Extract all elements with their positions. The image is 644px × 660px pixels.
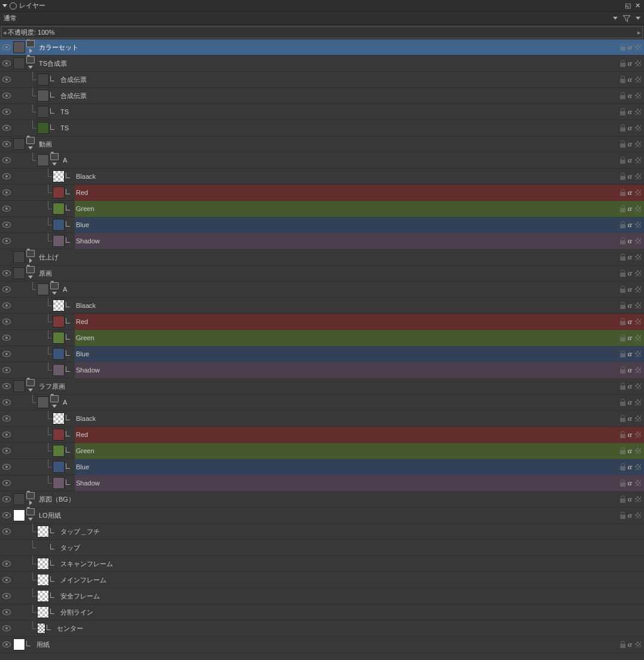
pixel-lock-icon[interactable] (634, 382, 642, 390)
lock-icon[interactable] (619, 496, 626, 503)
layer-row[interactable]: Greenα (0, 330, 644, 346)
blend-mode-row[interactable]: 通常 (0, 12, 644, 25)
layer-thumbnail[interactable] (53, 412, 65, 424)
layer-row[interactable]: 原図（BG）α (0, 491, 644, 508)
expand-toggle[interactable] (51, 289, 58, 297)
layer-thumbnail[interactable] (53, 203, 65, 215)
pixel-lock-icon[interactable] (634, 43, 642, 51)
lock-icon[interactable] (619, 76, 626, 83)
lock-icon[interactable] (619, 415, 626, 422)
layer-row[interactable]: Redα (0, 185, 644, 201)
expand-toggle[interactable] (27, 386, 34, 393)
visibility-toggle[interactable] (0, 572, 13, 588)
layer-row[interactable]: Blueα (0, 217, 644, 233)
alpha-icon[interactable]: α (628, 398, 632, 407)
pixel-lock-icon[interactable] (634, 204, 642, 213)
visibility-toggle[interactable] (0, 556, 13, 572)
layer-name[interactable]: 合成伝票 (59, 72, 611, 88)
layer-name[interactable]: 原画 (38, 265, 611, 282)
visibility-toggle[interactable] (0, 282, 13, 298)
visibility-toggle[interactable] (0, 475, 13, 491)
pixel-lock-icon[interactable] (634, 479, 642, 487)
pixel-lock-icon[interactable] (634, 188, 642, 197)
expand-toggle[interactable] (51, 160, 58, 167)
layer-row[interactable]: Greenα (0, 443, 644, 459)
pixel-lock-icon[interactable] (634, 172, 642, 181)
pixel-lock-icon[interactable] (634, 301, 642, 310)
layer-name[interactable]: Green (75, 443, 611, 459)
layer-name[interactable]: Red (75, 427, 611, 443)
lock-icon[interactable] (619, 318, 626, 325)
visibility-toggle[interactable] (0, 120, 13, 136)
lock-icon[interactable] (619, 60, 626, 67)
alpha-icon[interactable]: α (628, 220, 632, 230)
lock-icon[interactable] (619, 108, 626, 115)
layer-row[interactable]: TS合成票α (0, 56, 644, 72)
layer-name[interactable]: 分割ライン (59, 604, 611, 621)
alpha-icon[interactable]: α (628, 123, 632, 133)
lock-icon[interactable] (619, 44, 626, 51)
opacity-decrease-icon[interactable]: ◂ (2, 29, 8, 36)
visibility-toggle[interactable] (0, 185, 13, 201)
layer-row[interactable]: タップ (0, 540, 644, 556)
layer-name[interactable]: センター (56, 621, 611, 637)
layer-row[interactable]: 安全フレーム (0, 588, 644, 604)
lock-icon[interactable] (619, 270, 626, 277)
layer-thumbnail[interactable] (37, 74, 49, 85)
layer-name[interactable]: Blaack (75, 411, 611, 427)
layer-thumbnail[interactable] (13, 267, 25, 279)
layer-row[interactable]: Shadowα (0, 475, 644, 491)
alpha-icon[interactable]: α (628, 107, 632, 117)
layer-name[interactable]: タップ (59, 540, 611, 556)
layer-thumbnail[interactable] (13, 638, 25, 650)
alpha-icon[interactable]: α (628, 59, 632, 68)
layer-row[interactable]: LO用紙α (0, 508, 644, 524)
alpha-icon[interactable]: α (628, 91, 632, 100)
layer-thumbnail[interactable] (37, 623, 45, 634)
lock-icon[interactable] (619, 641, 626, 648)
pixel-lock-icon[interactable] (634, 59, 642, 68)
layer-name[interactable]: 原図（BG） (38, 491, 611, 508)
alpha-icon[interactable]: α (628, 494, 632, 504)
lock-icon[interactable] (619, 140, 626, 148)
visibility-toggle[interactable] (0, 169, 13, 185)
collapse-icon[interactable] (2, 4, 7, 7)
layer-thumbnail[interactable] (13, 493, 25, 505)
visibility-toggle[interactable] (0, 233, 13, 249)
pixel-lock-icon[interactable] (634, 237, 642, 245)
visibility-toggle[interactable] (0, 346, 13, 362)
visibility-toggle[interactable] (0, 378, 13, 395)
layer-thumbnail[interactable] (37, 574, 49, 586)
visibility-toggle[interactable] (0, 72, 13, 88)
visibility-toggle[interactable] (0, 104, 13, 120)
layer-name[interactable]: Red (75, 314, 611, 330)
alpha-icon[interactable]: α (628, 188, 632, 197)
layer-row[interactable]: 用紙α (0, 637, 644, 653)
lock-icon[interactable] (619, 221, 626, 228)
layer-row[interactable]: Greenα (0, 201, 644, 217)
visibility-toggle[interactable] (0, 443, 13, 459)
layer-name[interactable]: 合成伝票 (59, 88, 611, 104)
lock-icon[interactable] (619, 383, 626, 390)
pixel-lock-icon[interactable] (634, 447, 642, 455)
pixel-lock-icon[interactable] (634, 350, 642, 358)
lock-icon[interactable] (619, 253, 626, 261)
alpha-icon[interactable]: α (628, 204, 632, 213)
pixel-lock-icon[interactable] (634, 398, 642, 407)
alpha-icon[interactable]: α (628, 317, 632, 326)
layer-thumbnail[interactable] (53, 364, 65, 376)
layer-row[interactable]: Aα (0, 152, 644, 169)
lock-icon[interactable] (619, 447, 626, 454)
layer-row[interactable]: Aα (0, 282, 644, 298)
layer-name[interactable]: Blaack (75, 298, 611, 314)
pixel-lock-icon[interactable] (634, 640, 642, 649)
layer-name[interactable]: タップ＿フチ (59, 524, 611, 540)
layer-row[interactable]: Blueα (0, 346, 644, 362)
visibility-toggle[interactable] (0, 540, 13, 556)
layer-name[interactable]: Shadow (75, 475, 611, 491)
lock-icon[interactable] (619, 366, 626, 374)
layer-row[interactable]: 仕上げα (0, 249, 644, 265)
layer-thumbnail[interactable] (37, 590, 49, 602)
layer-thumbnail[interactable] (37, 525, 49, 537)
visibility-toggle[interactable] (0, 88, 13, 104)
